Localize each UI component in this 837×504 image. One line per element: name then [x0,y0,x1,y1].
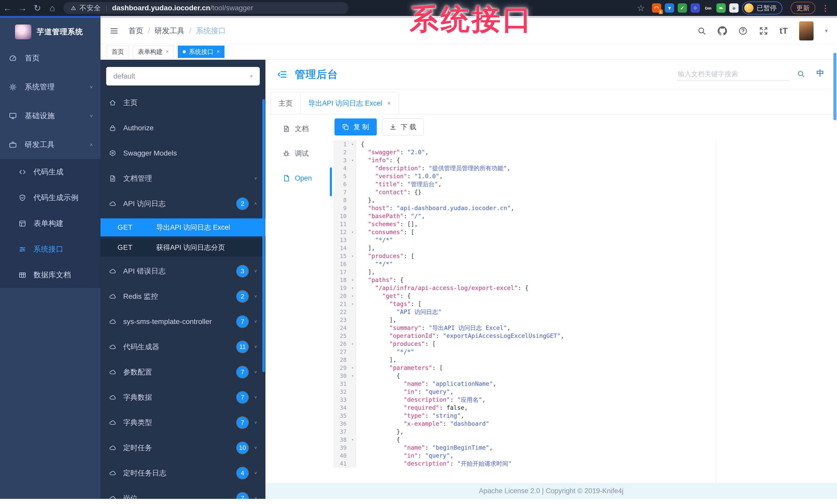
profile-paused-pill[interactable]: 已暂停 [742,2,782,14]
fold-arrow-icon[interactable]: ▾ [349,436,356,444]
api-group-param-config[interactable]: 参数配置7˅ [101,359,265,385]
avatar-caret-icon[interactable]: ▾ [825,27,828,34]
api-operation-row[interactable]: GET导出API 访问日志 Excel [101,218,265,237]
fold-arrow-icon[interactable]: ▾ [349,300,356,308]
api-group-api-error-log[interactable]: API 错误日志3˅ [101,259,265,284]
browser-forward-icon[interactable]: → [15,3,30,13]
rail-item-doc[interactable]: 文档 [265,119,332,138]
code-line: 9 "host": "api-dashboard.yudao.iocoder.c… [333,204,716,212]
fullscreen-icon[interactable] [759,26,768,36]
sidebar-item-dev-tools[interactable]: 研发工具˄ [0,130,101,159]
fold-arrow-icon[interactable]: ▾ [349,252,356,260]
fold-arrow-icon[interactable]: ▾ [349,284,356,292]
leaf-ext-icon[interactable]: ❧ [716,3,726,13]
sidebar-item-db-doc[interactable]: 数据库文档 [0,262,101,288]
cloud-icon [109,368,117,376]
api-group-swagger-models[interactable]: Swagger Models [101,141,265,166]
fold-arrow-icon[interactable]: ▾ [349,141,356,148]
breadcrumb-item[interactable]: 系统接口 [196,26,226,36]
browser-reload-icon[interactable]: ↻ [30,3,45,13]
fold-arrow-icon[interactable]: ▾ [349,276,356,284]
close-icon[interactable]: × [387,100,391,107]
api-group-home[interactable]: 主页 [101,90,265,115]
close-icon[interactable]: × [217,49,220,55]
language-icon[interactable]: 中 [816,68,824,78]
fold-gutter [349,220,356,228]
user-avatar[interactable] [799,21,814,40]
api-group-scheduled-job-log[interactable]: 定时任务日志4˅ [101,461,265,486]
doc-tab[interactable]: 导出API 访问日志 Excel× [300,92,399,114]
api-group-api-access-log[interactable]: API 访问日志2˄ [101,191,265,216]
green-check-ext-icon[interactable]: ✓ [678,3,687,13]
api-operation-row[interactable]: GET获得API 访问日志分页 [101,239,265,257]
browser-update-button[interactable]: 更新 [790,2,815,14]
puzzle-ext-icon[interactable]: ⚹ [729,3,738,13]
api-group-dict-data[interactable]: 字典数据7˅ [101,385,265,410]
api-group-select[interactable]: default ▾ [106,67,260,86]
bookmark-star-icon[interactable]: ☆ [634,3,648,13]
rail-item-open[interactable]: Open [265,169,332,187]
sidebar-item-system-api[interactable]: 系统接口 [0,237,101,262]
app-logo-row[interactable]: 芋道管理系统 [0,18,101,43]
fold-gutter [349,212,356,220]
api-group-redis-monitor[interactable]: Redis 监控2˅ [101,284,265,309]
doc-search-input[interactable] [677,68,789,81]
close-icon[interactable]: × [166,49,169,55]
page-scrollbar[interactable] [833,53,836,120]
fold-gutter [349,412,356,420]
rail-item-debug[interactable]: 调试 [265,144,332,163]
sidebar-item-code-gen[interactable]: 代码生成 [0,159,101,185]
api-group-authorize[interactable]: Authorize [101,115,265,141]
gm-ext-icon[interactable]: Gm [704,3,713,13]
fold-arrow-icon[interactable]: ▾ [349,228,356,236]
api-group-code-generator[interactable]: 代码生成器11˅ [101,334,265,359]
api-group-doc-manage[interactable]: 文档管理˅ [101,166,265,191]
fold-arrow-icon[interactable]: ▾ [349,292,356,300]
tag-tab-系统接口[interactable]: 系统接口× [178,45,225,58]
browser-menu-icon[interactable]: ⋮ [821,4,829,13]
download-button[interactable]: 下 载 [382,118,424,135]
api-group-post[interactable]: 岗位7˅ [101,486,265,499]
search-icon[interactable] [697,26,706,36]
sidebar-item-system-mgmt[interactable]: 系统管理˅ [0,73,101,101]
doc-tab[interactable]: 主页 [271,92,301,114]
line-number: 38 [333,436,349,444]
hamburger-icon[interactable] [110,26,119,35]
code-line: 4 "description": "提供管理员管理的所有功能", [333,164,716,172]
breadcrumb-item[interactable]: 研发工具 [155,26,184,36]
help-icon[interactable] [738,26,748,36]
api-group-dict-type[interactable]: 字典类型7˅ [101,410,265,435]
api-sidebar-scrollbar[interactable] [262,99,265,372]
tag-tab-表单构建[interactable]: 表单构建× [133,45,174,58]
chevron-down-icon: ˅ [252,395,259,400]
fold-arrow-icon[interactable]: ▾ [349,372,356,380]
address-bar[interactable]: 不安全 | dashboard.yudao.iocoder.cn/tool/sw… [64,2,349,14]
fold-arrow-icon[interactable]: ▾ [349,364,356,372]
code-line: 13 "*/*" [333,236,716,244]
browser-home-icon[interactable]: ⌂ [45,3,60,13]
security-label[interactable]: 不安全 [79,3,101,13]
api-group-scheduled-job[interactable]: 定时任务10˅ [101,435,265,461]
doc-search-icon[interactable] [797,70,805,78]
paused-label: 已暂停 [756,4,777,13]
sidebar-item-infrastructure[interactable]: 基础设施˅ [0,101,101,130]
api-group-sms-template[interactable]: sys-sms-template-controller7˅ [101,309,265,334]
sidebar-item-home[interactable]: 首页 [0,44,101,73]
fold-arrow-icon[interactable]: ▾ [349,156,356,164]
browser-back-icon[interactable]: ← [0,3,15,13]
font-size-icon[interactable]: tT [780,26,788,36]
blue-drop-ext-icon[interactable]: ▾ [665,3,674,13]
github-icon[interactable] [718,26,727,36]
sidebar-item-form-builder[interactable]: 表单构建 [0,211,101,237]
fold-gutter [349,316,356,324]
sidebar-item-code-gen-demo[interactable]: 代码生成示例 [0,185,101,211]
collapse-menu-icon[interactable] [277,69,288,80]
orange-ext-icon[interactable]: ◠1 [652,3,661,13]
copy-button[interactable]: 复 制 [335,118,377,135]
tag-tab-首页[interactable]: 首页 [107,45,129,58]
fold-arrow-icon[interactable]: ▾ [349,340,356,348]
line-number: 19 [333,284,349,292]
blue-grid-ext-icon[interactable]: ⁘ [691,3,700,13]
breadcrumb-item[interactable]: 首页 [128,26,143,36]
swagger-json-editor[interactable]: 1▾{2 "swagger": "2.0",3▾ "info": {4 "des… [333,141,716,483]
